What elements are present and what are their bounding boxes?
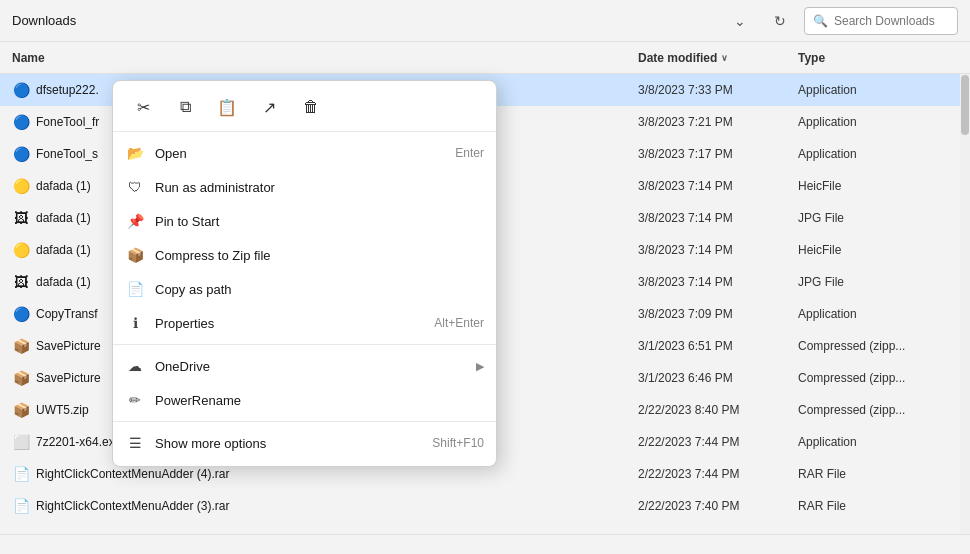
file-type: Application xyxy=(798,435,958,449)
file-type: Application xyxy=(798,147,958,161)
file-name: FoneTool_s xyxy=(36,147,98,161)
file-type: RAR File xyxy=(798,499,958,513)
file-date: 3/8/2023 7:14 PM xyxy=(638,179,798,193)
file-name: dafada (1) xyxy=(36,243,91,257)
title-bar-right: ⌄ ↻ 🔍 xyxy=(724,5,958,37)
cut-icon: ✂ xyxy=(137,98,150,117)
search-input[interactable] xyxy=(834,14,949,28)
quick-action-share[interactable]: ↗ xyxy=(251,91,287,123)
file-icon: 🔵 xyxy=(12,113,30,131)
delete-icon: 🗑 xyxy=(303,98,319,116)
file-name: RightClickContextMenuAdder (4).rar xyxy=(36,467,229,481)
file-date: 3/1/2023 6:51 PM xyxy=(638,339,798,353)
file-name: SavePicture xyxy=(36,371,101,385)
file-name: dafada (1) xyxy=(36,179,91,193)
col-header-name[interactable]: Name xyxy=(12,51,638,65)
file-name-cell: 📄 RightClickContextMenuAdder (3).rar xyxy=(12,497,638,515)
file-date: 2/22/2023 7:40 PM xyxy=(638,499,798,513)
file-icon: 📄 xyxy=(12,465,30,483)
file-name: dafada (1) xyxy=(36,275,91,289)
search-box[interactable]: 🔍 xyxy=(804,7,958,35)
file-date: 3/8/2023 7:33 PM xyxy=(638,83,798,97)
quick-action-copy[interactable]: ⧉ xyxy=(167,91,203,123)
file-icon: ⬜ xyxy=(12,433,30,451)
table-row[interactable]: 📄 RightClickContextMenuAdder (3).rar 2/2… xyxy=(0,490,970,522)
file-icon: 📦 xyxy=(12,337,30,355)
menu-item-more-options[interactable]: ☰ Show more options Shift+F10 xyxy=(113,426,496,460)
file-icon: 📄 xyxy=(12,497,30,515)
col-header-type[interactable]: Type xyxy=(798,51,958,65)
file-name: SavePicture xyxy=(36,339,101,353)
file-name: CopyTransf xyxy=(36,307,98,321)
quick-action-cut[interactable]: ✂ xyxy=(125,91,161,123)
menu-separator xyxy=(113,421,496,422)
file-icon: 🖼 xyxy=(12,273,30,291)
share-icon: ↗ xyxy=(263,98,276,117)
file-date: 3/8/2023 7:14 PM xyxy=(638,211,798,225)
menu-item-icon-more-options: ☰ xyxy=(125,433,145,453)
menu-item-icon-run-admin: 🛡 xyxy=(125,177,145,197)
status-bar xyxy=(0,534,970,554)
file-name: FoneTool_fr xyxy=(36,115,99,129)
scrollbar-thumb[interactable] xyxy=(961,75,969,135)
column-header: Name Date modified ∨ Type xyxy=(0,42,970,74)
file-icon: 🖼 xyxy=(12,209,30,227)
menu-item-shortcut-open: Enter xyxy=(455,146,484,160)
file-name: dfsetup222. xyxy=(36,83,99,97)
menu-item-label-properties: Properties xyxy=(155,316,424,331)
title-bar: Downloads ⌄ ↻ 🔍 xyxy=(0,0,970,42)
menu-item-icon-open: 📂 xyxy=(125,143,145,163)
menu-item-compress-zip[interactable]: 📦 Compress to Zip file xyxy=(113,238,496,272)
file-icon: 🟡 xyxy=(12,241,30,259)
menu-item-properties[interactable]: ℹ Properties Alt+Enter xyxy=(113,306,496,340)
file-name: dafada (1) xyxy=(36,211,91,225)
file-type: Compressed (zipp... xyxy=(798,371,958,385)
menu-item-icon-pin-start: 📌 xyxy=(125,211,145,231)
refresh-button[interactable]: ↻ xyxy=(764,5,796,37)
title-bar-left: Downloads xyxy=(12,13,76,28)
menu-item-open[interactable]: 📂 Open Enter xyxy=(113,136,496,170)
file-date: 3/8/2023 7:14 PM xyxy=(638,275,798,289)
menu-item-powerrename[interactable]: ✏ PowerRename xyxy=(113,383,496,417)
file-type: HeicFile xyxy=(798,179,958,193)
menu-item-onedrive[interactable]: ☁ OneDrive ▶ xyxy=(113,349,496,383)
menu-item-label-pin-start: Pin to Start xyxy=(155,214,484,229)
file-date: 3/8/2023 7:14 PM xyxy=(638,243,798,257)
file-date: 3/8/2023 7:17 PM xyxy=(638,147,798,161)
file-icon: 🔵 xyxy=(12,305,30,323)
file-type: Compressed (zipp... xyxy=(798,403,958,417)
file-date: 3/8/2023 7:21 PM xyxy=(638,115,798,129)
menu-item-icon-copy-path: 📄 xyxy=(125,279,145,299)
menu-item-label-more-options: Show more options xyxy=(155,436,422,451)
menu-item-label-open: Open xyxy=(155,146,445,161)
file-icon: 🔵 xyxy=(12,145,30,163)
file-icon: 🟡 xyxy=(12,177,30,195)
file-type: Compressed (zipp... xyxy=(798,339,958,353)
file-date: 3/8/2023 7:09 PM xyxy=(638,307,798,321)
menu-item-pin-start[interactable]: 📌 Pin to Start xyxy=(113,204,496,238)
refresh-icon: ↻ xyxy=(774,13,786,29)
scrollbar-track[interactable] xyxy=(960,74,970,554)
quick-action-paste[interactable]: 📋 xyxy=(209,91,245,123)
col-header-date[interactable]: Date modified ∨ xyxy=(638,51,798,65)
menu-item-icon-compress-zip: 📦 xyxy=(125,245,145,265)
file-icon: 📦 xyxy=(12,401,30,419)
menu-item-run-admin[interactable]: 🛡 Run as administrator xyxy=(113,170,496,204)
chevron-down-button[interactable]: ⌄ xyxy=(724,5,756,37)
chevron-down-icon: ⌄ xyxy=(734,13,746,29)
file-name: 7z2201-x64.exe xyxy=(36,435,121,449)
sort-arrow-icon: ∨ xyxy=(721,53,728,63)
quick-action-delete[interactable]: 🗑 xyxy=(293,91,329,123)
menu-item-shortcut-properties: Alt+Enter xyxy=(434,316,484,330)
menu-item-shortcut-more-options: Shift+F10 xyxy=(432,436,484,450)
menu-item-label-onedrive: OneDrive xyxy=(155,359,466,374)
file-name: RightClickContextMenuAdder (3).rar xyxy=(36,499,229,513)
file-type: Application xyxy=(798,83,958,97)
file-name: UWT5.zip xyxy=(36,403,89,417)
menu-item-copy-path[interactable]: 📄 Copy as path xyxy=(113,272,496,306)
file-icon: 🔵 xyxy=(12,81,30,99)
menu-item-icon-powerrename: ✏ xyxy=(125,390,145,410)
context-menu: ✂⧉📋↗🗑 📂 Open Enter 🛡 Run as administrato… xyxy=(112,80,497,467)
file-date: 2/22/2023 7:44 PM xyxy=(638,435,798,449)
copy-icon: ⧉ xyxy=(180,98,191,116)
